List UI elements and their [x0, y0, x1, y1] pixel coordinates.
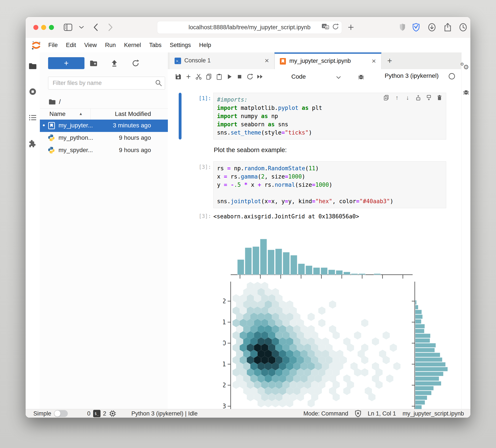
property-inspector-icon[interactable]: ⚙⚙ [462, 60, 470, 72]
debugger-icon[interactable] [357, 72, 365, 81]
tab-console[interactable]: >_ Console 1 × [170, 52, 274, 69]
tab-label: Console 1 [184, 57, 211, 64]
search-icon [155, 79, 162, 88]
share-icon[interactable] [443, 22, 453, 32]
execution-result: <seaborn.axisgrid.JointGrid at 0x1386056… [213, 213, 359, 220]
notebook-file-icon [48, 122, 55, 130]
privacy-shield-icon[interactable] [397, 22, 408, 32]
back-icon[interactable] [91, 22, 101, 32]
kernel-name[interactable]: Python 3 (ipykernel) [369, 72, 439, 79]
command-mode-indicator[interactable]: Mode: Command [303, 410, 348, 417]
menu-edit[interactable]: Edit [62, 42, 80, 48]
file-modified: 9 hours ago [119, 134, 151, 141]
sort-caret-icon[interactable]: ▲ [79, 111, 83, 116]
menu-settings[interactable]: Settings [166, 42, 195, 48]
kernel-status-text[interactable]: Python 3 (ipykernel) | Idle [131, 410, 198, 417]
code-editor[interactable]: rs = np.random.RandomState(11)x = rs.gam… [217, 164, 446, 205]
run-all-icon[interactable] [256, 72, 264, 81]
svg-text:−2: −2 [223, 381, 226, 389]
menu-view[interactable]: View [80, 42, 101, 48]
table-of-contents-icon[interactable] [26, 111, 40, 124]
file-row-notebook[interactable]: ● my_jupyter... 3 minutes ago [40, 120, 168, 132]
browser-window: localhost:8888/lab/tree/my_jupyter_scrip… [26, 17, 470, 418]
add-cell-icon[interactable]: + [184, 72, 193, 81]
history-icon[interactable] [458, 22, 468, 32]
running-kernels-icon[interactable] [26, 86, 40, 98]
cell-toolbar: ↑ ↓ [383, 94, 443, 101]
stop-icon[interactable] [235, 72, 244, 81]
file-list-header: Name ▲ Last Modified [40, 108, 168, 120]
breadcrumb[interactable]: / [48, 97, 61, 106]
cell-type-dropdown[interactable]: Code [291, 72, 341, 81]
notebook-scroll-area[interactable]: [1]: #imports:import matplotlib.pyplot a… [168, 84, 461, 409]
adguard-shield-icon[interactable] [411, 22, 421, 32]
reload-icon[interactable] [332, 23, 339, 32]
new-tab-icon[interactable] [346, 22, 356, 32]
url-text: localhost:8888/lab/tree/my_jupyter_scrip… [189, 24, 310, 31]
minimize-window-button[interactable] [41, 25, 46, 30]
menu-help[interactable]: Help [195, 42, 215, 48]
move-up-icon[interactable]: ↑ [394, 94, 401, 101]
breadcrumb-root[interactable]: / [59, 98, 61, 106]
downloads-icon[interactable] [427, 22, 437, 32]
fullscreen-window-button[interactable] [49, 25, 54, 30]
menu-file[interactable]: File [44, 42, 62, 48]
tab-notebook[interactable]: my_jupyter_script.ipynb × [274, 52, 381, 69]
close-window-button[interactable] [33, 25, 38, 30]
terminals-kernels-status[interactable]: 0 $_ 2 [87, 410, 116, 417]
trust-shield-icon[interactable] [355, 410, 361, 417]
filter-files-input[interactable] [52, 77, 151, 89]
toggle-switch[interactable] [54, 410, 68, 417]
file-row-python2[interactable]: my_spyder... 9 hours ago [40, 144, 168, 157]
run-icon[interactable] [225, 72, 234, 81]
upload-icon[interactable] [109, 58, 120, 69]
file-row-python1[interactable]: my_python... 9 hours ago [40, 132, 168, 144]
file-browser-icon[interactable] [26, 60, 40, 72]
code-cell-3[interactable]: rs = np.random.RandomState(11)x = rs.gam… [213, 161, 446, 208]
translate-icon[interactable]: Aあ [321, 23, 329, 31]
menu-tabs[interactable]: Tabs [145, 42, 166, 48]
new-tab-button[interactable]: + [385, 55, 395, 66]
insert-above-icon[interactable] [415, 94, 422, 101]
refresh-icon[interactable] [130, 58, 141, 69]
notebook-toolbar: + Code [168, 69, 461, 84]
close-icon[interactable]: × [263, 56, 271, 65]
code-cell-1[interactable]: #imports:import matplotlib.pyplot as plt… [213, 93, 446, 139]
menu-kernel[interactable]: Kernel [120, 42, 145, 48]
column-last-modified[interactable]: Last Modified [115, 110, 151, 117]
chevron-down-icon[interactable] [76, 22, 87, 32]
delete-cell-icon[interactable] [436, 94, 443, 101]
kernel-status-icon[interactable] [448, 73, 455, 81]
chevron-down-icon [336, 74, 341, 81]
cut-icon[interactable] [194, 72, 203, 81]
address-bar[interactable]: localhost:8888/lab/tree/my_jupyter_scrip… [157, 21, 342, 33]
move-down-icon[interactable]: ↓ [404, 94, 411, 101]
copy-icon[interactable] [205, 72, 213, 81]
active-cell-collapser[interactable] [179, 93, 182, 139]
menu-run[interactable]: Run [101, 42, 120, 48]
jupyter-logo [31, 40, 41, 50]
new-launcher-button[interactable]: + [48, 57, 84, 69]
svg-text:あ: あ [326, 26, 328, 29]
sidebar-toggle-icon[interactable] [63, 22, 73, 32]
duplicate-cell-icon[interactable] [383, 94, 390, 101]
chip-icon [109, 410, 116, 417]
right-sidebar: ⚙⚙ [461, 52, 470, 409]
insert-below-icon[interactable] [425, 94, 432, 101]
simple-mode-toggle[interactable]: Simple [33, 410, 68, 417]
terminal-count: 0 [87, 410, 91, 417]
terminal-icon: $_ [93, 410, 100, 417]
extension-manager-icon[interactable] [26, 138, 40, 150]
activity-bar [26, 52, 40, 409]
code-editor[interactable]: #imports:import matplotlib.pyplot as plt… [217, 95, 446, 137]
debugger-sidebar-icon[interactable] [462, 86, 470, 98]
close-icon[interactable]: × [370, 57, 378, 65]
markdown-cell[interactable]: Plot the seaborn example: [214, 146, 287, 154]
cursor-position[interactable]: Ln 1, Col 1 [368, 410, 396, 417]
new-folder-icon[interactable] [88, 58, 99, 69]
column-name[interactable]: Name [49, 110, 66, 117]
paste-icon[interactable] [215, 72, 224, 81]
restart-kernel-icon[interactable] [246, 72, 254, 81]
forward-icon[interactable] [105, 22, 116, 32]
save-icon[interactable] [174, 72, 183, 81]
